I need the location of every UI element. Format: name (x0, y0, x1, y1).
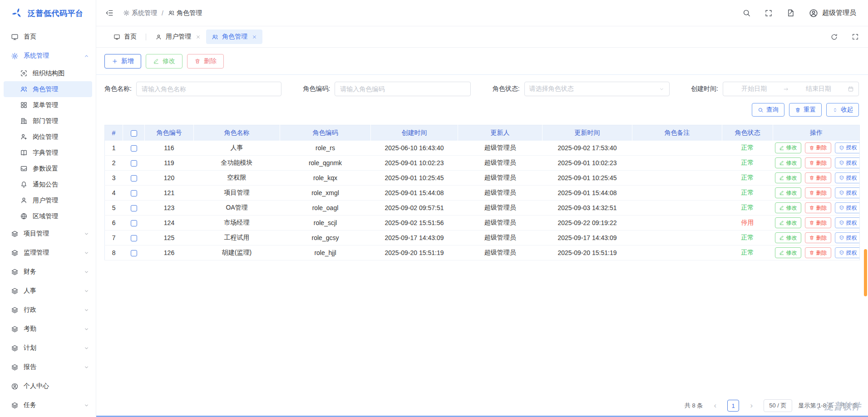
column-header: 角色备注 (632, 125, 722, 141)
arrow-right-icon (783, 86, 789, 92)
tab-role-management[interactable]: 角色管理 (206, 29, 262, 44)
row-index: 1 (105, 141, 123, 156)
expand-tab-icon[interactable] (852, 33, 859, 40)
row-checkbox[interactable] (131, 160, 137, 167)
edit-icon (779, 190, 784, 196)
sidebar-item-org-chart[interactable]: 组织结构图 (4, 65, 92, 81)
row-checkbox[interactable] (131, 205, 137, 211)
row-checkbox[interactable] (131, 145, 137, 152)
fullscreen-icon[interactable] (764, 9, 773, 17)
sidebar-item-attendance[interactable]: 考勤 (0, 319, 96, 339)
select-all-checkbox[interactable] (131, 130, 137, 137)
row-edit-button[interactable]: 修改 (775, 187, 801, 198)
user-menu[interactable]: 超级管理员 (809, 8, 856, 18)
row-edit-button[interactable]: 修改 (775, 157, 801, 168)
sidebar-item-finance[interactable]: 财务 (0, 262, 96, 281)
row-auth-button[interactable]: 授权 (835, 247, 860, 258)
search-icon[interactable] (742, 9, 751, 17)
sidebar-item-notice[interactable]: 通知公告 (4, 177, 92, 192)
status-badge: 正常 (741, 204, 754, 211)
modify-button[interactable]: 修改 (146, 54, 182, 69)
chevron-down-icon (84, 288, 89, 294)
tab-bar: 首页 用户管理 角色管理 (96, 26, 868, 48)
scrollbar-thumb[interactable] (864, 249, 867, 296)
row-auth-button[interactable]: 授权 (835, 172, 860, 183)
sidebar-item-dept[interactable]: 部门管理 (4, 113, 92, 129)
row-auth-button[interactable]: 授权 (835, 217, 860, 228)
row-checkbox[interactable] (131, 175, 137, 182)
sidebar-item-system[interactable]: 系统管理 (0, 46, 96, 65)
sidebar-item-task[interactable]: 任务 (0, 396, 96, 415)
end-date[interactable]: 结束日期 (792, 85, 845, 93)
sidebar-item-supervision[interactable]: 监理管理 (0, 243, 96, 262)
sidebar-item-report[interactable]: 报告 (0, 358, 96, 377)
row-delete-button[interactable]: 删除 (805, 157, 831, 168)
sidebar-item-plan[interactable]: 计划 (0, 339, 96, 358)
delete-button[interactable]: 删除 (187, 54, 224, 69)
close-icon[interactable] (196, 34, 201, 39)
created-time-range-picker[interactable]: 开始日期 结束日期 (723, 82, 859, 96)
row-auth-button[interactable]: 授权 (835, 157, 860, 168)
row-edit-button[interactable]: 修改 (775, 217, 801, 228)
filter-bar: 角色名称: 角色编码: 角色状态: 请选择角色状态 创建时间: (96, 75, 868, 96)
role-name-input[interactable] (136, 82, 281, 96)
reset-button[interactable]: 重置 (789, 103, 822, 117)
column-header: 角色编号 (145, 125, 194, 141)
role-id: 119 (145, 156, 194, 171)
app-title: 泛普低代码平台 (28, 8, 84, 19)
row-edit-button[interactable]: 修改 (775, 172, 801, 183)
role-id: 121 (145, 186, 194, 201)
prev-page-button[interactable]: ‹ (709, 400, 721, 412)
sidebar-item-personal[interactable]: 个人中心 (0, 377, 96, 396)
row-checkbox[interactable] (131, 235, 137, 241)
row-edit-button[interactable]: 修改 (775, 247, 801, 258)
row-checkbox[interactable] (131, 250, 137, 256)
shield-icon (839, 205, 844, 211)
row-auth-button[interactable]: 授权 (835, 187, 860, 198)
sidebar-item-param[interactable]: 参数设置 (4, 161, 92, 177)
remark (632, 245, 722, 260)
row-delete-button[interactable]: 删除 (805, 187, 831, 198)
refresh-icon[interactable] (830, 33, 838, 41)
row-auth-button[interactable]: 授权 (835, 142, 860, 153)
search-button[interactable]: 查询 (752, 103, 784, 117)
row-edit-button[interactable]: 修改 (775, 232, 801, 243)
sidebar-item-dict[interactable]: 字典管理 (4, 145, 92, 161)
column-index: # (105, 125, 123, 141)
sidebar-item-region[interactable]: 区域管理 (4, 208, 92, 224)
row-delete-button[interactable]: 删除 (805, 217, 831, 228)
tab-home[interactable]: 首页 (108, 29, 142, 44)
sidebar-item-administration[interactable]: 行政 (0, 300, 96, 319)
sidebar-item-home[interactable]: 首页 (0, 27, 96, 46)
row-delete-button[interactable]: 删除 (805, 172, 831, 183)
sidebar-item-menu[interactable]: 菜单管理 (4, 97, 92, 113)
layout-theme-icon[interactable] (786, 9, 795, 17)
next-page-button[interactable]: › (745, 400, 757, 412)
collapse-sidebar-icon[interactable] (105, 9, 114, 17)
add-button[interactable]: 新增 (104, 54, 141, 69)
row-auth-button[interactable]: 授权 (835, 202, 860, 213)
row-delete-button[interactable]: 删除 (805, 142, 831, 153)
row-delete-button[interactable]: 删除 (805, 247, 831, 258)
start-date[interactable]: 开始日期 (728, 85, 781, 93)
row-delete-button[interactable]: 删除 (805, 202, 831, 213)
row-auth-button[interactable]: 授权 (835, 232, 860, 243)
row-checkbox[interactable] (131, 220, 137, 226)
row-edit-button[interactable]: 修改 (775, 202, 801, 213)
role-code-input[interactable] (335, 82, 471, 96)
sidebar-item-post[interactable]: 岗位管理 (4, 129, 92, 145)
page-number[interactable]: 1 (727, 400, 739, 412)
collapse-filter-button[interactable]: 收起 (826, 103, 859, 117)
sidebar-item-role[interactable]: 角色管理 (4, 81, 92, 97)
page-content: 新增 修改 删除 角色名称: 角色编码: (96, 48, 868, 417)
row-delete-button[interactable]: 删除 (805, 232, 831, 243)
sidebar-item-user[interactable]: 用户管理 (4, 192, 92, 208)
tab-user-management[interactable]: 用户管理 (150, 29, 206, 44)
sidebar-item-project[interactable]: 项目管理 (0, 224, 96, 243)
role-status-select[interactable]: 请选择角色状态 (524, 82, 670, 96)
close-icon[interactable] (252, 34, 257, 39)
page-size-select[interactable]: 50 / 页 (764, 399, 792, 412)
row-edit-button[interactable]: 修改 (775, 142, 801, 153)
sidebar-item-hr[interactable]: 人事 (0, 281, 96, 300)
row-checkbox[interactable] (131, 190, 137, 196)
